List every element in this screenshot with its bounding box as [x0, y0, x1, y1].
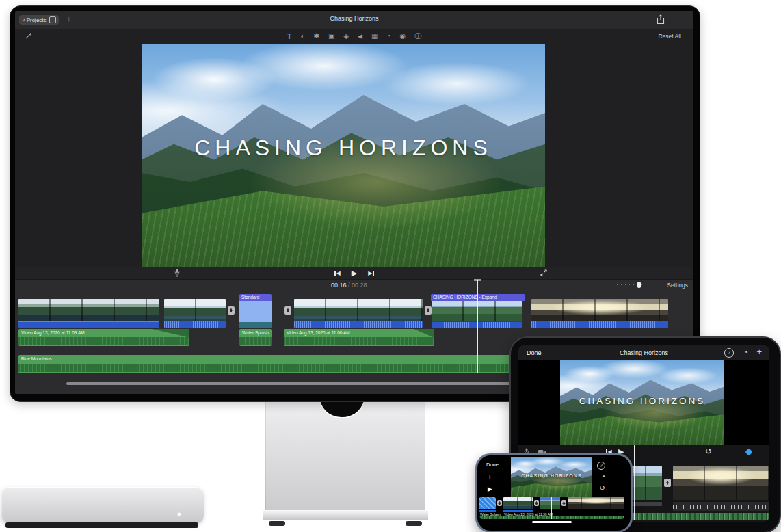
- music-clip-label: Blue Mountains: [21, 356, 52, 361]
- ipad-settings-icon[interactable]: ◔: [743, 348, 748, 356]
- iphone-timeline-audio-clip[interactable]: [479, 497, 496, 509]
- mac-mini-power-led: [178, 513, 181, 516]
- ipad-viewer-title-overlay: CHASING HORIZONS: [560, 396, 724, 445]
- play-button[interactable]: ▶: [352, 269, 357, 278]
- title-clip-header: Standard: [239, 294, 272, 301]
- iphone-settings-icon[interactable]: ◔: [601, 473, 605, 480]
- timecode-total: 00:28: [352, 282, 367, 289]
- audio-clip-label: Water Splash: [242, 330, 269, 335]
- ipad-audio-waveform: [673, 502, 769, 511]
- iphone-music-track[interactable]: [479, 516, 624, 519]
- clip-audio-strip: [164, 321, 226, 328]
- timeline-zoom-slider[interactable]: [613, 284, 655, 285]
- iphone-undo-button[interactable]: ↺: [600, 484, 605, 492]
- color-balance-icon[interactable]: ◐: [300, 33, 304, 40]
- transition-icon[interactable]: [497, 500, 502, 506]
- stand-foot-left: [269, 521, 285, 526]
- ipad-playhead[interactable]: [634, 445, 635, 520]
- iphone-viewer-title-overlay: CHASING HORIZONS: [511, 473, 592, 497]
- fullscreen-icon: [540, 269, 547, 276]
- transport-controls: ◀ ▶ ▶: [15, 268, 693, 278]
- timeline-clip-title-standard[interactable]: Standard: [239, 294, 272, 328]
- mac-mini: [0, 487, 204, 524]
- ipad-timeline-clip-2[interactable]: [673, 466, 769, 500]
- iphone-timeline-clip-2[interactable]: [568, 497, 624, 509]
- audio-clip-label: Video Aug 13, 2020 at 11:00 AM: [287, 330, 350, 335]
- transition-icon[interactable]: [561, 500, 566, 506]
- ipad-undo-button[interactable]: ↺: [705, 447, 712, 456]
- reset-all-button[interactable]: Reset All: [658, 33, 681, 40]
- transition-icon[interactable]: [284, 306, 291, 315]
- title-clip-header: CHASING HORIZONS - Expand: [431, 294, 525, 301]
- timeline-clip-video-1[interactable]: [18, 299, 159, 328]
- settings-button[interactable]: Settings: [667, 282, 688, 289]
- clip-audio-strip: [294, 321, 423, 328]
- volume-icon[interactable]: ◀: [358, 34, 362, 40]
- playhead[interactable]: [477, 280, 478, 373]
- audio-clip-label: Video Aug 13, 2020 at 11:09 AM: [21, 330, 85, 335]
- timecode-separator: /: [348, 282, 350, 289]
- iphone-add-media-button[interactable]: +: [488, 473, 492, 481]
- next-frame-button[interactable]: ▶: [368, 270, 374, 276]
- share-button[interactable]: [657, 14, 665, 25]
- crop-icon[interactable]: ▣: [328, 33, 334, 40]
- viewer-title-overlay: CHASING HORIZONS: [142, 135, 545, 267]
- share-icon: [657, 14, 665, 25]
- mac-mini-base: [5, 522, 198, 528]
- display-stand-base: [263, 510, 428, 520]
- home-indicator[interactable]: [532, 521, 572, 523]
- clip-audio-strip: [531, 321, 668, 328]
- ipad-viewer-image: CHASING HORIZONS: [560, 360, 724, 445]
- previous-frame-button[interactable]: ◀: [334, 270, 341, 276]
- timeline-clip-title-chasing[interactable]: CHASING HORIZONS - Expand: [431, 294, 525, 328]
- imovie-iphone-screen: Done + ▶ CHASING HORIZONS ? ◔ ↺: [479, 457, 624, 524]
- title-clip-body: [239, 301, 272, 322]
- stabilization-icon[interactable]: ◈: [343, 33, 349, 40]
- fullscreen-button[interactable]: [540, 269, 547, 276]
- iphone-help-button[interactable]: ?: [597, 462, 605, 470]
- transition-icon[interactable]: [425, 306, 432, 315]
- titles-icon[interactable]: T: [287, 33, 292, 40]
- ipad-add-media-button[interactable]: +: [756, 347, 762, 357]
- project-title: Chasing Horizons: [15, 15, 693, 22]
- title-clip-footer: [239, 322, 272, 328]
- iphone-play-button[interactable]: ▶: [488, 486, 492, 492]
- transition-icon[interactable]: [664, 479, 671, 487]
- transition-icon[interactable]: [534, 500, 539, 506]
- timecode-current: 00:16: [331, 282, 347, 289]
- timeline-audio-clip-1[interactable]: Video Aug 13, 2020 at 11:09 AM: [18, 329, 189, 346]
- timeline-clip-video-4[interactable]: [531, 299, 668, 328]
- timeline-clip-video-3[interactable]: [294, 299, 423, 328]
- desk-scene: ‹ Projects ↓ Chasing Horizons T ◐ ✱ ▣ ◈: [0, 0, 781, 532]
- timeline-clip-video-2[interactable]: [164, 299, 226, 328]
- viewer-image: CHASING HORIZONS: [142, 44, 545, 267]
- filters-icon[interactable]: ◉: [400, 33, 406, 40]
- ipad-help-button[interactable]: ?: [724, 348, 734, 358]
- zoom-slider-thumb[interactable]: [637, 282, 641, 288]
- adjust-bar: T ◐ ✱ ▣ ◈ ◀ ▦ ◔ ◉ ⓘ: [15, 29, 693, 44]
- transition-icon[interactable]: [228, 306, 235, 315]
- color-correction-icon[interactable]: ✱: [314, 33, 319, 40]
- clip-audio-strip: [18, 321, 159, 328]
- speed-icon[interactable]: ◔: [386, 33, 390, 40]
- stand-foot-right: [406, 521, 422, 526]
- iphone-playhead[interactable]: [551, 497, 552, 519]
- iphone-done-button[interactable]: Done: [486, 462, 499, 468]
- noise-reduction-icon[interactable]: ▦: [371, 33, 378, 40]
- timeline-audio-clip-2[interactable]: Water Splash: [239, 329, 272, 346]
- iphone-timeline-clip-1[interactable]: [503, 497, 533, 509]
- ipad-magic-sparkle-icon[interactable]: [745, 448, 752, 455]
- timeline-audio-clip-3[interactable]: Video Aug 13, 2020 at 11:00 AM: [284, 329, 434, 346]
- info-icon[interactable]: ⓘ: [414, 33, 421, 40]
- iphone-viewer-image: CHASING HORIZONS: [511, 457, 592, 497]
- timecode: 00:16 / 00:28: [331, 282, 367, 289]
